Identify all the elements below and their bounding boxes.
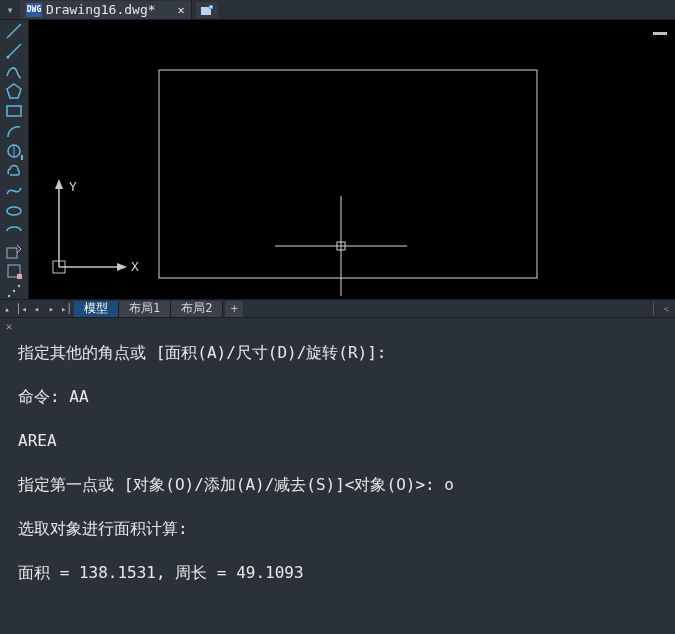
svg-rect-13	[17, 274, 22, 279]
layout-scroll-left-icon[interactable]: <	[658, 304, 675, 314]
console-close-icon[interactable]: ✕	[0, 318, 18, 634]
arc-icon[interactable]	[2, 122, 26, 140]
layout-tab-model[interactable]: 模型	[74, 301, 119, 317]
drawing-viewport[interactable]: Y X	[29, 20, 675, 299]
new-tab-button[interactable]	[196, 2, 218, 18]
rectangle-icon[interactable]	[2, 102, 26, 120]
console-line: 指定其他的角点或 [面积(A)/尺寸(D)/旋转(R)]:	[18, 342, 673, 364]
layout-tab-label: 模型	[84, 300, 108, 317]
layout-next-icon[interactable]: ▸	[44, 302, 59, 316]
ucs-y-label: Y	[69, 179, 77, 194]
app-root: ▾ DWG Drawing16.dwg* ✕	[0, 0, 675, 634]
console-line: 命令: AA	[18, 386, 673, 408]
document-tab-bar: ▾ DWG Drawing16.dwg* ✕	[0, 0, 675, 20]
layout-first-icon[interactable]: │◂	[14, 302, 29, 316]
command-console: ✕ 指定其他的角点或 [面积(A)/尺寸(D)/旋转(R)]: 命令: AA A…	[0, 317, 675, 634]
svg-point-10	[7, 207, 21, 215]
layout-add-button[interactable]: +	[225, 301, 243, 317]
dwg-file-icon: DWG	[26, 3, 42, 17]
point-divide-icon[interactable]	[2, 282, 26, 300]
ray-icon[interactable]	[2, 42, 26, 60]
polyline-icon[interactable]	[2, 62, 26, 80]
layout-tab-layout1[interactable]: 布局1	[119, 301, 171, 317]
layout-tab-layout2[interactable]: 布局2	[171, 301, 223, 317]
svg-marker-28	[117, 263, 127, 271]
console-line: AREA	[18, 430, 673, 452]
svg-line-3	[7, 44, 21, 58]
layout-tab-label: 布局1	[129, 300, 160, 317]
ellipse-icon[interactable]	[2, 202, 26, 220]
cloud-icon[interactable]	[2, 162, 26, 180]
spline-icon[interactable]	[2, 182, 26, 200]
helix-icon[interactable]	[2, 142, 26, 160]
svg-line-2	[7, 24, 21, 38]
layout-prev-icon[interactable]: ◂	[29, 302, 44, 316]
layout-last-icon[interactable]: ▸│	[59, 302, 74, 316]
svg-marker-26	[55, 179, 63, 189]
svg-point-15	[13, 290, 15, 292]
block-insert-icon[interactable]	[2, 242, 26, 260]
svg-point-16	[18, 285, 20, 287]
layout-tab-strip: ▴ │◂ ◂ ▸ ▸│ 模型 布局1 布局2 + <	[0, 299, 675, 317]
console-output[interactable]: 指定其他的角点或 [面积(A)/尺寸(D)/旋转(R)]: 命令: AA ARE…	[18, 318, 675, 634]
svg-point-4	[7, 56, 10, 59]
console-line: 选取对象进行面积计算:	[18, 518, 673, 540]
main-area: Y X	[0, 20, 675, 299]
svg-rect-21	[159, 70, 537, 278]
polygon-icon[interactable]	[2, 82, 26, 100]
svg-rect-9	[21, 155, 23, 160]
tab-dropdown-icon[interactable]: ▾	[0, 3, 20, 17]
svg-rect-6	[7, 106, 21, 116]
document-file-name: Drawing16.dwg*	[46, 2, 156, 17]
svg-marker-5	[7, 84, 21, 98]
close-tab-icon[interactable]: ✕	[178, 3, 185, 17]
svg-rect-11	[7, 248, 17, 258]
layout-tab-label: 布局2	[181, 300, 212, 317]
ucs-x-label: X	[131, 259, 139, 274]
draw-toolbar	[0, 20, 29, 299]
svg-point-14	[8, 295, 10, 297]
document-tab[interactable]: DWG Drawing16.dwg* ✕	[20, 1, 192, 19]
line-icon[interactable]	[2, 22, 26, 40]
layout-collapse-icon[interactable]: ▴	[0, 302, 14, 316]
ucs-axes-icon: Y X	[41, 177, 131, 277]
console-line: 面积 = 138.1531, 周长 = 49.1093	[18, 562, 673, 584]
block-create-icon[interactable]	[2, 262, 26, 280]
ellipse-arc-icon[interactable]	[2, 222, 26, 240]
console-line: 指定第一点或 [对象(O)/添加(A)/减去(S)]<对象(O)>: o	[18, 474, 673, 496]
